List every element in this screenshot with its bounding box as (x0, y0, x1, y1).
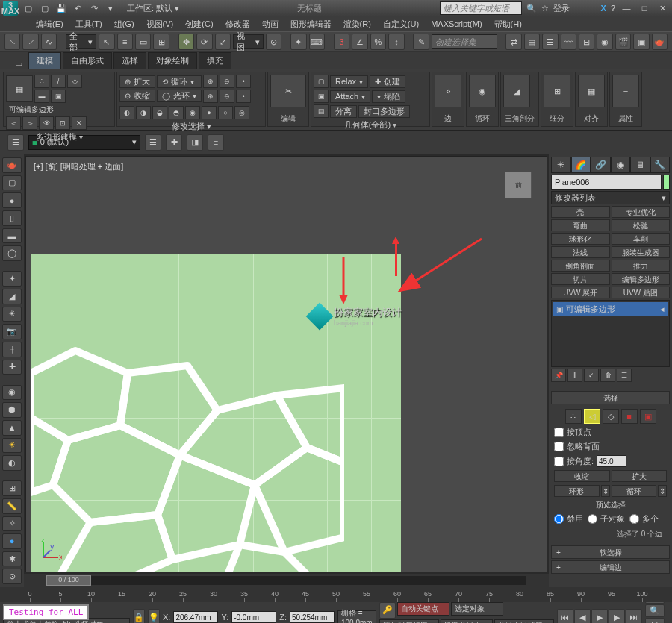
bind-spacewarp-icon[interactable]: ∿ (41, 34, 57, 50)
preview-toggle-icon[interactable]: 👁 (39, 116, 54, 130)
preview-multi-radio[interactable] (629, 514, 639, 524)
preview-off-radio[interactable] (554, 514, 564, 524)
modsel-h-icon[interactable]: ◎ (234, 106, 249, 119)
rotate-icon[interactable]: ⟳ (196, 34, 212, 50)
menu-maxscript[interactable]: MAXScript(M) (425, 18, 488, 30)
element-subobj-icon[interactable]: ▣ (51, 90, 66, 103)
window-crossing-icon[interactable]: ⊞ (153, 34, 169, 50)
snap-toggle-icon[interactable]: 3 (334, 34, 349, 50)
lock-selection-icon[interactable]: 🔒 (133, 609, 145, 623)
by-angle-checkbox[interactable] (554, 457, 564, 466)
lt-cone-icon[interactable]: ▲ (2, 420, 22, 436)
help-search-input[interactable] (440, 1, 522, 15)
curve-editor-icon[interactable]: 〰 (561, 34, 576, 50)
stack-unique-icon[interactable]: ✓ (584, 369, 599, 382)
ring-dot-icon[interactable]: • (236, 90, 251, 103)
goto-end-icon[interactable]: ⏭ (626, 609, 642, 623)
attach-button[interactable]: Attach ▾ (330, 90, 370, 103)
modifier-list-dropdown[interactable]: 修改器列表▾ (551, 191, 670, 204)
modsel-b-icon[interactable]: ◑ (136, 106, 151, 119)
modsel-a-icon[interactable]: ◐ (119, 106, 134, 119)
loop-button[interactable]: ⟲ 循环 ▾ (157, 75, 202, 88)
preview-subobj-radio[interactable] (588, 514, 597, 524)
qat-open-icon[interactable]: ▢ (39, 2, 51, 14)
nav-zoomext-icon[interactable]: ⊡ (645, 618, 665, 624)
mod-bevelprofile[interactable]: 倒角剖面 (551, 260, 610, 272)
testing-for-all[interactable]: Testing for ALL (3, 604, 89, 620)
rollout-editedge-header[interactable]: 编辑边 (551, 560, 670, 574)
lt-light-dir-icon[interactable]: ☀ (2, 307, 22, 322)
qat-redo-icon[interactable]: ↷ (88, 2, 100, 14)
layer-select-icon[interactable]: ◨ (187, 134, 203, 151)
keymode-icon[interactable]: ⌨ (309, 34, 325, 50)
collapse-button[interactable]: ▾ 塌陷 (372, 90, 405, 103)
geo-a-icon[interactable]: ▢ (314, 75, 329, 88)
lt-light-omni-icon[interactable]: ✦ (2, 271, 22, 287)
edge-subobj-icon[interactable]: / (51, 75, 66, 88)
qat-undo-icon[interactable]: ↶ (72, 2, 84, 14)
cut-big-icon[interactable]: ✂ (270, 75, 306, 107)
menu-customize[interactable]: 自定义(U) (377, 17, 425, 31)
tab-freeform[interactable]: 自由形式 (63, 52, 112, 69)
viewport-label[interactable]: [+] [前] [明暗处理 + 边面] (34, 161, 123, 172)
viewport-front[interactable]: [+] [前] [明暗处理 + 边面] 前 (25, 156, 547, 572)
lt-sphere2-icon[interactable]: ◉ (2, 385, 22, 401)
rollout-softsel-header[interactable]: 软选择 (551, 545, 670, 559)
relax-button[interactable]: Relax ▾ (330, 75, 368, 88)
menu-animation[interactable]: 动画 (256, 17, 284, 31)
named-selection-dropdown[interactable]: 创建选择集 (432, 34, 497, 49)
scale-icon[interactable]: ⤢ (215, 34, 231, 50)
timeline-track[interactable]: 0510152025303540455055606570758085909510… (0, 587, 672, 602)
layer-new-icon[interactable]: ☰ (145, 134, 161, 151)
qat-save-icon[interactable]: 💾 (55, 2, 67, 14)
mod-bend[interactable]: 弯曲 (551, 219, 610, 231)
render-setup-icon[interactable]: 🎬 (615, 34, 631, 50)
refcoord-dropdown[interactable]: 视图 ▾ (233, 34, 264, 49)
ribbon-toggle-icon[interactable]: ▭ (15, 59, 22, 69)
tab-populate[interactable]: 填充 (199, 52, 231, 69)
cap-poly-button[interactable]: 封口多边形 (358, 105, 410, 118)
edges-big-icon[interactable]: ⋄ (435, 75, 461, 107)
key-filters-button[interactable]: 关键点过滤器... (494, 619, 554, 624)
menu-create[interactable]: 创建(C) (179, 17, 219, 31)
so-border-icon[interactable]: ◇ (603, 409, 619, 424)
constraint-none-icon[interactable]: ✕ (72, 116, 87, 130)
menu-help[interactable]: 帮助(H) (488, 17, 528, 31)
cage-toggle-icon[interactable]: ⊡ (55, 116, 70, 130)
select-object-icon[interactable]: ↖ (99, 34, 114, 50)
create-button[interactable]: ✚ 创建 (370, 75, 405, 88)
modsel-f-icon[interactable]: ● (202, 106, 217, 119)
object-color-swatch[interactable] (663, 175, 670, 190)
setkey-button[interactable]: 设置关键点 (441, 619, 493, 624)
menu-grapheditors[interactable]: 图形编辑器 (284, 17, 337, 31)
goto-start-icon[interactable]: ⏮ (557, 609, 573, 623)
material-editor-icon[interactable]: ◉ (597, 34, 612, 50)
manipulate-icon[interactable]: ✦ (290, 34, 306, 50)
mod-lathe[interactable]: 车削 (612, 233, 671, 245)
loop-spinner-icon[interactable]: ⇕ (658, 485, 667, 497)
close-button[interactable]: ✕ (656, 2, 669, 14)
time-slider-handle[interactable]: 0 / 100 (46, 575, 91, 586)
x-coord-input[interactable] (173, 611, 218, 623)
cp-tab-modify-icon[interactable]: 🌈 (571, 157, 591, 173)
tab-modeling[interactable]: 建模 (28, 52, 61, 69)
object-name-field[interactable] (551, 175, 662, 190)
by-vertex-checkbox[interactable] (554, 428, 564, 437)
lt-sun-icon[interactable]: ☀ (2, 438, 22, 454)
lt-cyl-icon[interactable]: ▯ (2, 210, 22, 226)
time-slider[interactable]: 0 / 100 (46, 576, 526, 585)
so-edge-icon[interactable]: ◁ (584, 409, 600, 424)
selection-filter-dropdown[interactable]: 全部 ▾ (66, 34, 96, 49)
lt-box-icon[interactable]: ▢ (2, 175, 22, 191)
so-vertex-icon[interactable]: ∴ (565, 409, 582, 424)
cp-tab-hierarchy-icon[interactable]: 🔗 (591, 157, 611, 173)
mod-prooptimize[interactable]: 专业优化 (612, 206, 671, 218)
modsel-d-icon[interactable]: ◓ (169, 106, 184, 119)
qat-link-icon[interactable]: ▾ (105, 2, 116, 14)
border-subobj-icon[interactable]: ◇ (67, 75, 82, 88)
select-rect-icon[interactable]: ▭ (135, 34, 151, 50)
layer-add-icon[interactable]: ✚ (166, 134, 182, 151)
angle-spinner[interactable] (597, 455, 626, 467)
lt-plane-icon[interactable]: ▬ (2, 228, 22, 244)
minimize-button[interactable]: — (620, 2, 633, 14)
